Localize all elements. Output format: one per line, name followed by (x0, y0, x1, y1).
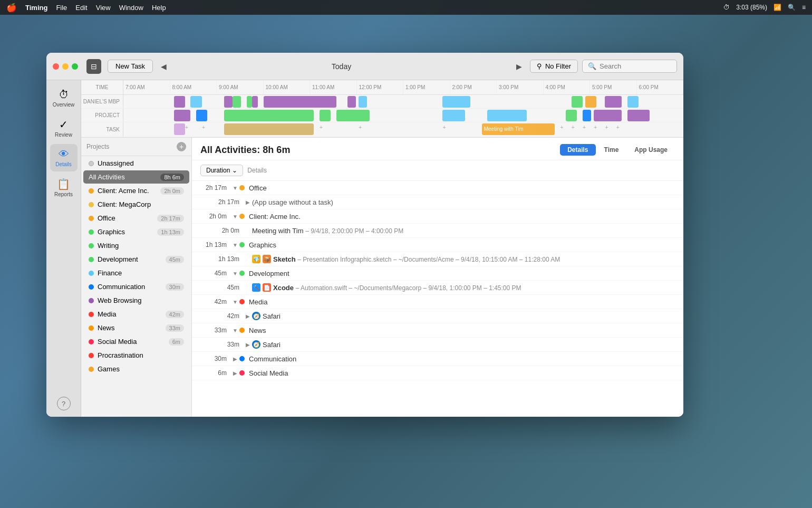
add-task-btn[interactable]: + (185, 124, 188, 130)
search-input[interactable] (600, 62, 668, 70)
timeline-next-button[interactable]: ▶ (513, 60, 526, 73)
activity-row-acme[interactable]: 2h 0m ▼ Client: Acme Inc. (192, 209, 683, 224)
expand-communication[interactable]: ▶ (231, 354, 239, 363)
timeline-block[interactable] (583, 110, 591, 121)
minimize-button[interactable] (62, 63, 69, 70)
activity-row-graphics[interactable]: 1h 13m ▼ Graphics (192, 238, 683, 252)
add-project-button[interactable]: + (177, 142, 186, 151)
fullscreen-button[interactable] (72, 63, 78, 70)
tab-details[interactable]: Details (560, 144, 595, 156)
expand-safari-media[interactable]: ▶ (244, 312, 252, 320)
project-item-games[interactable]: Games (83, 362, 189, 376)
new-task-button[interactable]: New Task (108, 60, 153, 73)
project-item-news[interactable]: News 33m (83, 321, 189, 334)
add-task-btn[interactable]: + (572, 124, 575, 130)
activity-row-development[interactable]: 45m ▼ Development (192, 266, 683, 281)
menu-edit[interactable]: Edit (75, 4, 87, 12)
apple-menu[interactable]: 🍎 (6, 3, 17, 13)
add-task-btn[interactable]: + (202, 124, 205, 130)
project-item-all-activities[interactable]: All Activities 8h 6m (83, 170, 189, 184)
nav-review[interactable]: ✓ Review (50, 114, 78, 142)
nav-reports[interactable]: 📋 Reports (50, 174, 78, 202)
timeline-block[interactable] (196, 110, 207, 121)
project-item-unassigned[interactable]: Unassigned (83, 157, 189, 170)
add-task-btn[interactable]: + (560, 124, 563, 130)
timeline-block[interactable] (442, 110, 465, 121)
timeline-block[interactable] (359, 96, 367, 108)
menu-help[interactable]: Help (152, 4, 166, 12)
project-item-communication[interactable]: Communication 30m (83, 280, 189, 293)
project-item-graphics[interactable]: Graphics 1h 13m (83, 225, 189, 238)
nav-overview[interactable]: ⏱ Overview (50, 84, 78, 112)
activity-row-media[interactable]: 42m ▼ Media (192, 295, 683, 309)
timeline-block[interactable] (585, 96, 596, 108)
timeline-prev-button[interactable]: ◀ (157, 60, 170, 73)
project-item-client-acme[interactable]: Client: Acme Inc. 2h 0m (83, 184, 189, 197)
timeline-block[interactable] (594, 110, 622, 121)
timeline-block[interactable] (174, 123, 185, 135)
tab-time[interactable]: Time (597, 144, 626, 156)
add-task-btn[interactable]: + (616, 124, 620, 130)
timeline-block[interactable] (627, 110, 650, 121)
timeline-block[interactable] (264, 96, 336, 108)
search-box[interactable]: 🔍 (582, 60, 677, 73)
menu-file[interactable]: File (56, 4, 67, 12)
close-button[interactable] (53, 63, 59, 70)
project-item-finance[interactable]: Finance (83, 266, 189, 280)
timeline-block[interactable] (224, 96, 233, 108)
timeline-block[interactable] (320, 110, 331, 121)
activity-sub-row-acme-meeting[interactable]: 2h 0m ▶ Meeting with Tim – 9/4/18, 2:00:… (192, 224, 683, 238)
expand-acme[interactable]: ▼ (231, 212, 239, 221)
sidebar-toggle-button[interactable]: ⊟ (86, 59, 101, 74)
timeline-block[interactable] (174, 96, 185, 108)
project-item-client-megacorp[interactable]: Client: MegaCorp (83, 198, 189, 211)
activity-sub-row-safari-media[interactable]: 42m ▶ 🧭 Safari (192, 309, 683, 323)
duration-select[interactable]: Duration ⌄ (200, 165, 243, 176)
project-item-web-browsing[interactable]: Web Browsing (83, 294, 189, 307)
project-item-media[interactable]: Media 42m (83, 308, 189, 321)
tab-app-usage[interactable]: App Usage (627, 144, 675, 156)
activity-sub-row-office[interactable]: 2h 17m ▶ (App usage without a task) (192, 195, 683, 209)
add-task-btn[interactable]: + (320, 124, 323, 130)
timeline-block[interactable] (224, 123, 314, 135)
expand-office[interactable]: ▼ (231, 184, 239, 192)
project-item-writing[interactable]: Writing (83, 239, 189, 252)
timeline-block[interactable] (442, 96, 470, 108)
timeline-block[interactable] (233, 96, 241, 108)
timeline-block[interactable] (190, 96, 201, 108)
activity-sub-row-sketch[interactable]: 1h 13m ▶ 💎 📦 Sketch – Presentation Infog… (192, 252, 683, 266)
expand-development[interactable]: ▼ (231, 269, 239, 277)
timeline-block[interactable] (572, 96, 583, 108)
expand-media[interactable]: ▼ (231, 298, 239, 306)
timeline-block[interactable] (605, 96, 622, 108)
expand-safari-news[interactable]: ▶ (244, 340, 252, 349)
timeline-block[interactable] (336, 110, 370, 121)
timeline-block[interactable] (224, 110, 314, 121)
activity-row-news[interactable]: 33m ▼ News (192, 323, 683, 338)
activity-row-office[interactable]: 2h 17m ▼ Office (192, 181, 683, 195)
add-task-btn[interactable]: + (442, 124, 446, 130)
nav-details[interactable]: 👁 Details (50, 144, 78, 171)
activity-row-social-media[interactable]: 6m ▶ Social Media (192, 366, 683, 380)
timeline-block[interactable] (487, 110, 526, 121)
expand-news[interactable]: ▼ (231, 326, 239, 334)
menu-window[interactable]: Window (119, 4, 143, 12)
timeline-block[interactable] (347, 96, 356, 108)
add-task-btn[interactable]: + (594, 124, 597, 130)
add-task-btn[interactable]: + (583, 124, 586, 130)
project-item-development[interactable]: Development 45m (83, 253, 189, 266)
activity-sub-row-xcode[interactable]: 45m ▶ 🔨 📄 Xcode – Automation.swift – ~/D… (192, 281, 683, 295)
expand-office-sub[interactable]: ▶ (244, 198, 252, 206)
filter-button[interactable]: ⚲ No Filter (530, 60, 578, 73)
timeline-block[interactable] (566, 110, 577, 121)
expand-social-media[interactable]: ▶ (231, 369, 239, 377)
timeline-block[interactable] (174, 110, 191, 121)
activity-sub-row-safari-news[interactable]: 33m ▶ 🧭 Safari (192, 338, 683, 352)
expand-graphics[interactable]: ▼ (231, 241, 239, 249)
spotlight-icon[interactable]: 🔍 (788, 4, 796, 11)
project-item-procrastination[interactable]: Procrastination (83, 349, 189, 362)
project-item-social-media[interactable]: Social Media 6m (83, 335, 189, 348)
timeline-block[interactable] (627, 96, 639, 108)
control-center-icon[interactable]: ≡ (802, 4, 806, 11)
help-button[interactable]: ? (57, 397, 71, 410)
